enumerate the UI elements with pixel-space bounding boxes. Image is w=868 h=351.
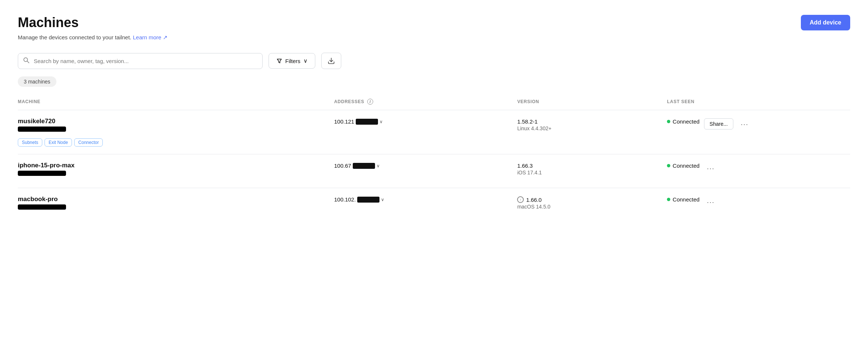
- learn-more-link[interactable]: Learn more ↗: [133, 34, 168, 40]
- tag: Subnets: [18, 138, 42, 147]
- connected-dot: [667, 120, 670, 123]
- col-header-addresses: Addresses i: [334, 99, 517, 110]
- machine-name: iphone-15-pro-max: [18, 162, 334, 169]
- col-header-machine: Machine: [18, 99, 334, 110]
- machine-lastseen: Connected ···: [667, 162, 850, 175]
- search-input[interactable]: [18, 53, 263, 69]
- chevron-down-icon: ∨: [303, 58, 308, 64]
- more-options-button[interactable]: ···: [704, 163, 718, 175]
- machine-lastseen: Connected ···: [667, 196, 850, 209]
- table-row: iphone-15-pro-max 100.67 ∨ 1.66.3 iOS 17…: [18, 154, 850, 188]
- page-title: Machines: [18, 15, 168, 30]
- address-chevron-icon[interactable]: ∨: [377, 163, 380, 168]
- search-icon: [23, 57, 29, 65]
- machine-lastseen: Connected Share... ···: [667, 118, 850, 131]
- status-badge: Connected: [667, 196, 700, 203]
- svg-point-0: [24, 58, 27, 62]
- more-options-button[interactable]: ···: [704, 196, 718, 209]
- share-button[interactable]: Share...: [704, 118, 733, 129]
- search-wrapper: [18, 53, 263, 69]
- svg-line-1: [27, 61, 29, 63]
- machine-count-badge: 3 machines: [18, 76, 56, 87]
- machine-owner-redacted: [18, 204, 66, 210]
- connected-dot: [667, 164, 670, 167]
- address-chevron-icon[interactable]: ∨: [379, 119, 383, 124]
- update-icon: ↑: [517, 196, 524, 203]
- svg-marker-2: [277, 59, 281, 63]
- filter-icon: [276, 58, 282, 64]
- tag: Exit Node: [45, 138, 72, 147]
- machine-name: macbook-pro: [18, 196, 334, 203]
- table-row: macbook-pro 100.102. ∨ ↑1.66.0 macOS 14.…: [18, 188, 850, 222]
- machine-owner-redacted: [18, 171, 66, 176]
- machine-version: ↑1.66.0 macOS 14.5.0: [517, 196, 667, 210]
- download-button[interactable]: [321, 53, 341, 69]
- more-options-button[interactable]: ···: [738, 118, 752, 131]
- col-header-lastseen: Last Seen: [667, 99, 850, 110]
- machine-address: 100.102. ∨: [334, 196, 517, 203]
- download-icon: [328, 57, 335, 65]
- add-device-button[interactable]: Add device: [801, 15, 850, 30]
- filters-button[interactable]: Filters ∨: [269, 53, 315, 69]
- table-row: musikele720 SubnetsExit NodeConnector 10…: [18, 110, 850, 154]
- machine-version: 1.58.2-1 Linux 4.4.302+: [517, 118, 667, 131]
- machine-address: 100.67 ∨: [334, 162, 517, 169]
- addresses-info-icon[interactable]: i: [367, 99, 373, 105]
- col-header-version: Version: [517, 99, 667, 110]
- machine-name: musikele720: [18, 118, 334, 125]
- address-chevron-icon[interactable]: ∨: [381, 197, 384, 202]
- machines-table: Machine Addresses i Version Last Seen mu…: [18, 99, 850, 222]
- machine-owner-redacted: [18, 127, 66, 132]
- tag: Connector: [74, 138, 103, 147]
- status-badge: Connected: [667, 163, 700, 169]
- machine-version: 1.66.3 iOS 17.4.1: [517, 162, 667, 176]
- connected-dot: [667, 198, 670, 201]
- page-subtitle: Manage the devices connected to your tai…: [18, 34, 168, 41]
- machine-address: 100.121 ∨: [334, 118, 517, 125]
- status-badge: Connected: [667, 118, 700, 125]
